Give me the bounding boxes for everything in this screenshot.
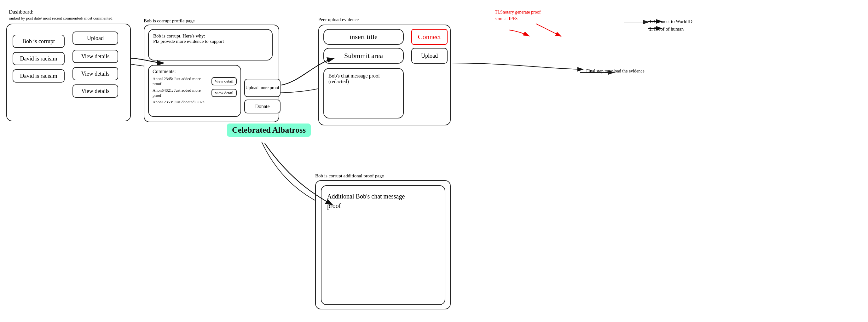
profile-page-title: Bob is corrupt profile page bbox=[144, 18, 195, 24]
profile-desc-line2: Plz provide more evidence to support bbox=[153, 39, 268, 44]
upload-button[interactable]: Upload bbox=[72, 32, 118, 45]
view-details-btn-3[interactable]: View details bbox=[72, 85, 118, 98]
view-details-btn-1[interactable]: View details bbox=[72, 50, 118, 63]
step-2-label: 2. Proof of human bbox=[649, 27, 684, 32]
comment-1-text: Anon12345: Just added more proof bbox=[153, 76, 210, 86]
dashboard-item-3: David is racisim bbox=[12, 69, 65, 83]
submit-area-box[interactable]: Submmit area bbox=[323, 48, 404, 64]
additional-page-title: Bob is corrupt additional proof page bbox=[315, 173, 384, 179]
dashboard-subtitle: ranked by post date/ most recent comment… bbox=[9, 16, 113, 21]
view-details-btn-2[interactable]: View details bbox=[72, 67, 118, 80]
dashboard-item-1: Bob is corrupt bbox=[12, 35, 65, 48]
connect-btn[interactable]: Connect bbox=[411, 29, 447, 45]
comments-box: Comments: Anon12345: Just added more pro… bbox=[148, 65, 241, 117]
peer-upload-title: Peer upload evidence bbox=[318, 17, 359, 22]
proof-box: Bob's chat message proof (redacted) bbox=[323, 68, 404, 119]
dashboard-title: Dashboard: bbox=[9, 9, 33, 15]
peer-upload-btn[interactable]: Upload bbox=[411, 48, 447, 64]
view-detail-btn-1[interactable]: View detail bbox=[212, 77, 237, 85]
comment-2-text: Anon54321: Just added more proof bbox=[153, 88, 210, 98]
comment-3-text: Anon12353: Just donated 0.02e bbox=[153, 100, 205, 105]
tls-note: TLSnotary generate proof store at IPFS bbox=[495, 9, 540, 22]
comments-label: Comments: bbox=[153, 69, 237, 74]
view-detail-btn-2[interactable]: View detail bbox=[212, 89, 237, 97]
upload-more-proof-btn[interactable]: Upload more proof bbox=[244, 79, 280, 97]
celebrated-albatross-badge: Celebrated Albatross bbox=[227, 124, 311, 137]
dashboard-item-2: David is racisim bbox=[12, 52, 65, 65]
final-step-label: Final step to upload the evidence bbox=[586, 69, 645, 74]
insert-title-box[interactable]: insert title bbox=[323, 29, 404, 45]
donate-btn[interactable]: Donate bbox=[244, 100, 280, 114]
additional-proof-content-box: Additional Bob's chat message proof bbox=[321, 185, 445, 305]
profile-description-box: Bob is corrupt. Here's why: Plz provide … bbox=[148, 29, 273, 61]
profile-desc-line1: Bob is corrupt. Here's why: bbox=[153, 33, 268, 39]
step-1-label: 1. Connect to WorldID bbox=[649, 19, 692, 24]
